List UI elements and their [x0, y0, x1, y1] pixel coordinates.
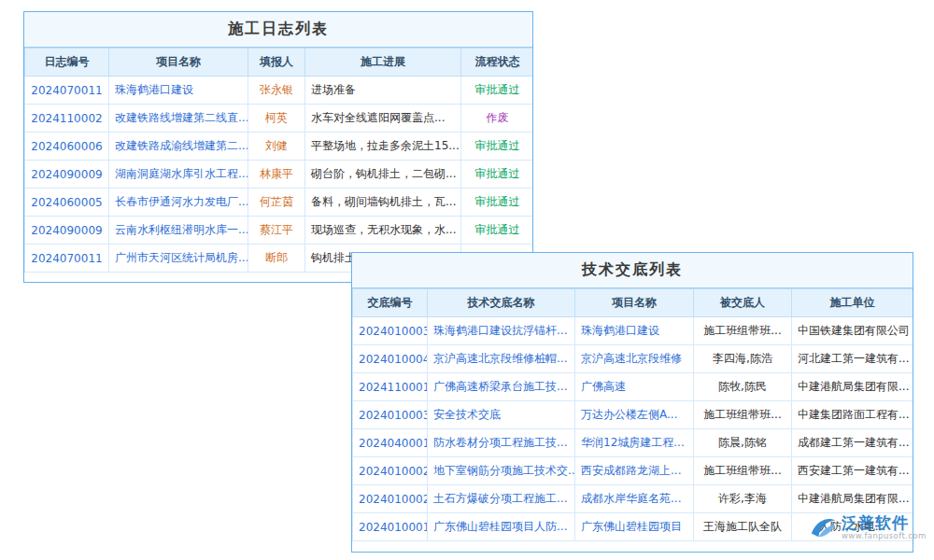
log-col-status: 流程状态 — [461, 49, 534, 77]
disclosure-table-row[interactable]: 2024010002 地下室钢筋分项施工技术交... 西安成都路龙湖上... 施… — [353, 457, 913, 485]
log-reporter-text: 林康平 — [248, 161, 305, 189]
disclosure-table-row[interactable]: 2024110001 广佛高速桥梁承台施工技... 广佛高速 陈牧,陈民 中建港… — [353, 373, 913, 401]
disclosure-person-text: 许彩,李海 — [694, 485, 792, 513]
disclosure-person-text: 李四海,陈浩 — [694, 345, 792, 373]
tech-disclosure-table: 交底编号 技术交底名称 项目名称 被交底人 施工单位 2024010003 珠海… — [352, 288, 913, 541]
log-table-row[interactable]: 2024060005 长春市伊通河水力发电厂... 何芷茵 备料，砌间墙钩机排土… — [25, 189, 534, 217]
disclosure-id-link[interactable]: 2024040001 — [359, 437, 428, 450]
disclosure-project-link[interactable]: 西安成都路龙湖上... — [581, 464, 681, 477]
disclosure-table-body: 2024010003 珠海鹤港口建设抗浮锚杆... 珠海鹤港口建设 施工班组带班… — [353, 317, 913, 541]
log-id-link[interactable]: 2024070011 — [31, 252, 102, 265]
disclosure-table-row[interactable]: 2024010002 土石方爆破分项工程施工... 成都水岸华庭名苑... 许彩… — [353, 485, 913, 513]
log-status-badge: 审批通过 — [461, 189, 534, 217]
disclosure-unit-text: 中建港航局集团有限... — [792, 373, 913, 401]
disclosure-project-link[interactable]: 广东佛山碧桂园项目 — [581, 520, 682, 533]
disclosure-person-text: 施工班组带班... — [694, 317, 792, 345]
disclosure-name-link[interactable]: 京沪高速北京段维修桩帽... — [433, 352, 567, 365]
disclosure-id-link[interactable]: 2024010003 — [359, 325, 428, 338]
disclosure-id-link[interactable]: 2024010002 — [359, 465, 428, 478]
disclosure-unit-text: 西安建工第一建筑有... — [792, 457, 913, 485]
log-progress-text: 砌台阶，钩机排土，二包砌... — [305, 161, 461, 189]
disclosure-name-link[interactable]: 地下室钢筋分项施工技术交... — [433, 464, 575, 477]
disclosure-unit-text: 中建港航局集团有限... — [792, 485, 913, 513]
log-col-progress: 施工进展 — [305, 49, 461, 77]
disclosure-id-link[interactable]: 2024010003 — [359, 409, 428, 422]
log-id-link[interactable]: 2024110002 — [31, 112, 102, 125]
log-id-link[interactable]: 2024090009 — [31, 224, 102, 237]
disclosure-table-row[interactable]: 2024040001 防水卷材分项工程施工技... 华润12城房建工程... 陈… — [353, 429, 913, 457]
log-id-link[interactable]: 2024070011 — [31, 84, 102, 97]
log-project-link[interactable]: 湖南洞庭湖水库引水工程... — [115, 167, 248, 180]
log-table-body: 2024070011 珠海鹤港口建设 张永银 进场准备 审批通过 2024110… — [25, 77, 534, 273]
log-status-badge: 审批通过 — [461, 133, 534, 161]
disclosure-name-link[interactable]: 土石方爆破分项工程施工... — [433, 492, 567, 505]
log-col-id: 日志编号 — [25, 49, 109, 77]
disc-col-person: 被交底人 — [694, 289, 792, 317]
log-reporter-text: 断郎 — [248, 245, 305, 273]
disclosure-table-row[interactable]: 2024010004 京沪高速北京段维修桩帽... 京沪高速北京段维修 李四海,… — [353, 345, 913, 373]
disclosure-project-link[interactable]: 广佛高速 — [581, 380, 626, 393]
log-project-link[interactable]: 珠海鹤港口建设 — [115, 83, 193, 96]
log-progress-text: 平整场地，拉走多余泥土15... — [305, 133, 461, 161]
log-id-link[interactable]: 2024060006 — [31, 140, 102, 153]
log-col-reporter: 填报人 — [248, 49, 305, 77]
tech-disclosure-panel: 技术交底列表 交底编号 技术交底名称 项目名称 被交底人 施工单位 202401… — [351, 252, 913, 553]
log-progress-text: 现场巡查，无积水现象，水... — [305, 217, 461, 245]
log-reporter-text: 何芷茵 — [248, 189, 305, 217]
disc-col-project: 项目名称 — [575, 289, 694, 317]
log-progress-text: 进场准备 — [305, 77, 461, 105]
disclosure-id-link[interactable]: 2024010002 — [359, 493, 428, 506]
disclosure-project-link[interactable]: 华润12城房建工程... — [581, 436, 685, 449]
log-status-badge: 作废 — [461, 105, 534, 133]
log-project-link[interactable]: 广州市天河区统计局机房... — [115, 251, 248, 264]
disclosure-id-link[interactable]: 2024010004 — [359, 353, 428, 366]
log-project-link[interactable]: 改建铁路线增建第二线直... — [115, 111, 248, 124]
disclosure-person-text: 陈牧,陈民 — [694, 373, 792, 401]
disclosure-person-text: 王海施工队全队 — [694, 513, 792, 541]
log-header-row: 日志编号 项目名称 填报人 施工进展 流程状态 — [25, 49, 534, 77]
disclosure-name-link[interactable]: 珠海鹤港口建设抗浮锚杆... — [433, 324, 567, 337]
disclosure-person-text: 施工班组带班... — [694, 457, 792, 485]
disclosure-person-text: 陈晨,陈铭 — [694, 429, 792, 457]
disclosure-project-link[interactable]: 珠海鹤港口建设 — [581, 324, 659, 337]
construction-log-panel: 施工日志列表 日志编号 项目名称 填报人 施工进展 流程状态 202407001… — [23, 11, 533, 283]
disc-col-unit: 施工单位 — [792, 289, 913, 317]
log-progress-text: 水车对全线遮阳网覆盖点... — [305, 105, 461, 133]
disclosure-unit-text: 中建集团路面工程有... — [792, 401, 913, 429]
log-project-link[interactable]: 长春市伊通河水力发电厂... — [115, 195, 248, 208]
disclosure-person-text: 施工班组带班... — [694, 401, 792, 429]
log-table-row[interactable]: 2024110002 改建铁路线增建第二线直... 柯英 水车对全线遮阳网覆盖点… — [25, 105, 534, 133]
disclosure-table-row[interactable]: 2024010001 广东佛山碧桂园项目人防... 广东佛山碧桂园项目 王海施工… — [353, 513, 913, 541]
log-reporter-text: 蔡江平 — [248, 217, 305, 245]
log-table-row[interactable]: 2024060006 改建铁路成渝线增建第二... 刘健 平整场地，拉走多余泥土… — [25, 133, 534, 161]
log-table-row[interactable]: 2024090009 湖南洞庭湖水库引水工程... 林康平 砌台阶，钩机排土，二… — [25, 161, 534, 189]
log-status-badge: 审批通过 — [461, 77, 534, 105]
disclosure-name-link[interactable]: 广佛高速桥梁承台施工技... — [433, 380, 567, 393]
log-table-row[interactable]: 2024070011 珠海鹤港口建设 张永银 进场准备 审批通过 — [25, 77, 534, 105]
disclosure-name-link[interactable]: 安全技术交底 — [433, 408, 501, 421]
disc-col-id: 交底编号 — [353, 289, 428, 317]
log-id-link[interactable]: 2024060005 — [31, 196, 102, 209]
disclosure-header-row: 交底编号 技术交底名称 项目名称 被交底人 施工单位 — [353, 289, 913, 317]
log-reporter-text: 张永银 — [248, 77, 305, 105]
log-status-badge: 审批通过 — [461, 217, 534, 245]
disclosure-unit-text: 中国铁建集团有限公司 — [792, 317, 913, 345]
log-progress-text: 备料，砌间墙钩机排土，瓦... — [305, 189, 461, 217]
disclosure-project-link[interactable]: 万达办公楼左侧A... — [581, 408, 677, 421]
disclosure-name-link[interactable]: 防水卷材分项工程施工技... — [433, 436, 567, 449]
disclosure-id-link[interactable]: 2024110001 — [359, 381, 428, 394]
log-project-link[interactable]: 改建铁路成渝线增建第二... — [115, 139, 248, 152]
log-table-row[interactable]: 2024090009 云南水利枢纽潜明水库一... 蔡江平 现场巡查，无积水现象… — [25, 217, 534, 245]
disclosure-id-link[interactable]: 2024010001 — [359, 521, 428, 534]
log-reporter-text: 刘健 — [248, 133, 305, 161]
log-project-link[interactable]: 云南水利枢纽潜明水库一... — [115, 223, 248, 236]
disclosure-project-link[interactable]: 京沪高速北京段维修 — [581, 352, 682, 365]
disclosure-name-link[interactable]: 广东佛山碧桂园项目人防... — [433, 520, 567, 533]
disclosure-unit-text: 成都建工第一建筑有... — [792, 429, 913, 457]
disclosure-table-row[interactable]: 2024010003 安全技术交底 万达办公楼左侧A... 施工班组带班... … — [353, 401, 913, 429]
log-id-link[interactable]: 2024090009 — [31, 168, 102, 181]
disclosure-table-row[interactable]: 2024010003 珠海鹤港口建设抗浮锚杆... 珠海鹤港口建设 施工班组带班… — [353, 317, 913, 345]
construction-log-table: 日志编号 项目名称 填报人 施工进展 流程状态 2024070011 珠海鹤港口… — [24, 48, 533, 273]
disclosure-unit-text: 人防，水电... — [792, 513, 913, 541]
disclosure-project-link[interactable]: 成都水岸华庭名苑... — [581, 492, 681, 505]
